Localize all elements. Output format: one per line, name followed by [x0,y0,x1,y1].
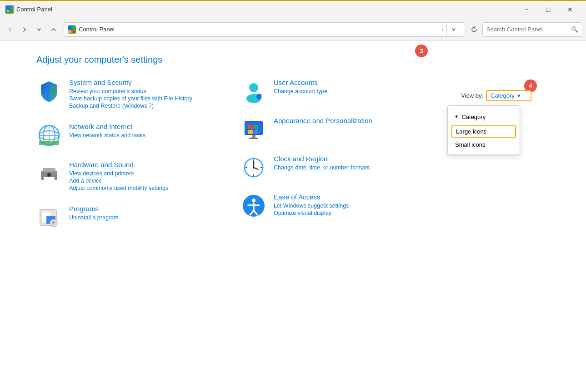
viewby-value: Category [491,92,515,99]
system-security-icon [36,79,62,104]
address-bar[interactable]: Control Panel › [64,22,464,37]
category-clock: Clock and Region Change date, time, or n… [241,155,446,180]
main-content: Adjust your computer's settings View by:… [0,41,586,392]
dropdown-label-small-icons: Small icons [455,141,485,148]
minimize-button[interactable]: − [516,2,537,17]
svg-rect-7 [72,30,75,33]
svg-rect-27 [248,125,253,129]
dropdown-label-category: Category [461,114,486,120]
dropdown-item-small-icons[interactable]: Small icons [448,139,520,151]
maximize-button[interactable]: □ [538,2,559,17]
search-icon: 🔍 [571,26,578,33]
svg-rect-0 [7,7,10,10]
svg-rect-3 [10,10,12,12]
programs-link-1[interactable]: Uninstall a program [69,214,241,221]
user-accounts-content: User Accounts Change account type [274,79,446,95]
svg-rect-29 [248,130,253,134]
hardware-icon [36,161,62,186]
viewby-row: View by: Category ▾ [461,90,531,101]
ease-access-link-1[interactable]: Let Windows suggest settings [274,203,446,209]
address-dropdown-button[interactable] [446,22,460,37]
viewby-container: View by: Category ▾ • Category Large ico… [461,90,531,101]
system-security-link-2[interactable]: Save backup copies of your files with Fi… [69,95,241,102]
hardware-title[interactable]: Hardware and Sound [69,161,241,169]
svg-rect-32 [249,138,258,139]
hardware-content: Hardware and Sound View devices and prin… [69,161,241,192]
programs-icon [36,205,62,230]
category-hardware: Hardware and Sound View devices and prin… [36,161,241,192]
svg-rect-4 [68,26,71,29]
ease-access-icon [241,193,266,218]
categories-grid: System and Security Review your computer… [36,79,446,243]
clock-link-1[interactable]: Change date, time, or number formats [274,164,446,171]
step-badge-3: 3 [415,45,428,57]
category-system-security: System and Security Review your computer… [36,79,241,110]
programs-title[interactable]: Programs [69,205,241,213]
app-icon [5,5,14,14]
search-bar[interactable]: 🔍 [482,22,582,37]
svg-rect-31 [252,135,255,138]
ease-access-link-2[interactable]: Optimize visual display [274,210,446,216]
dropdown-item-large-icons[interactable]: Large icons [451,125,516,138]
system-security-link-3[interactable]: Backup and Restore (Windows 7) [69,103,241,109]
network-content: Network and Internet View network status… [69,123,241,139]
viewby-arrow: ▾ [517,92,521,99]
user-accounts-title[interactable]: User Accounts [274,79,446,86]
left-column: System and Security Review your computer… [36,79,241,243]
hardware-link-3[interactable]: Adjust commonly used mobility settings [69,185,241,191]
system-security-title[interactable]: System and Security [69,79,241,86]
clock-content: Clock and Region Change date, time, or n… [274,155,446,172]
programs-content: Programs Uninstall a program [69,205,241,222]
svg-rect-5 [72,26,75,29]
svg-point-23 [249,83,258,92]
svg-rect-16 [44,177,55,183]
up-button[interactable] [47,23,60,36]
appearance-icon [241,117,266,142]
bullet-icon: • [455,112,458,122]
system-security-link-1[interactable]: Review your computer's status [69,88,241,94]
category-network: Network and Internet View network status… [36,123,241,148]
forward-button[interactable] [18,23,31,36]
category-user-accounts: User Accounts Change account type [241,79,446,104]
history-dropdown-button[interactable] [33,23,45,36]
search-input[interactable] [486,26,568,33]
dropdown-item-category[interactable]: • Category [448,109,520,124]
network-link-1[interactable]: View network status and tasks [69,132,241,139]
nav-bar: Control Panel › 🔍 [0,18,586,41]
right-column: User Accounts Change account type [241,79,446,243]
refresh-button[interactable] [468,23,481,36]
network-icon [36,123,62,148]
category-ease-access: Ease of Access Let Windows suggest setti… [241,193,446,218]
close-button[interactable]: ✕ [560,2,581,17]
svg-rect-2 [7,10,9,12]
hardware-link-2[interactable]: Add a device [69,178,241,184]
breadcrumb-arrow: › [442,27,444,32]
appearance-title[interactable]: Appearance and Personalization [274,117,446,124]
breadcrumb-text: Control Panel [79,26,439,33]
category-programs: Programs Uninstall a program [36,205,241,230]
appearance-content: Appearance and Personalization [274,117,446,126]
title-bar: Control Panel − □ ✕ [0,0,586,18]
svg-rect-15 [43,168,55,172]
svg-rect-13 [39,141,59,145]
viewby-menu: • Category Large icons Small icons [447,105,520,155]
address-bar-icon [68,25,76,34]
svg-point-43 [252,198,255,202]
window-title: Control Panel [16,6,516,13]
ease-access-title[interactable]: Ease of Access [274,193,446,201]
clock-title[interactable]: Clock and Region [274,155,446,163]
window-controls: − □ ✕ [516,2,581,17]
svg-rect-30 [254,130,258,134]
hardware-link-1[interactable]: View devices and printers [69,170,241,177]
svg-point-18 [48,174,50,176]
clock-icon [241,155,266,180]
category-appearance: Appearance and Personalization [241,117,446,142]
page-title: Adjust your computer's settings [36,55,550,65]
network-title[interactable]: Network and Internet [69,123,241,130]
svg-rect-6 [68,30,71,33]
user-accounts-icon [241,79,266,104]
back-button[interactable] [4,23,16,36]
viewby-dropdown[interactable]: Category ▾ [486,90,531,101]
user-accounts-link-1[interactable]: Change account type [274,88,446,94]
ease-access-content: Ease of Access Let Windows suggest setti… [274,193,446,217]
